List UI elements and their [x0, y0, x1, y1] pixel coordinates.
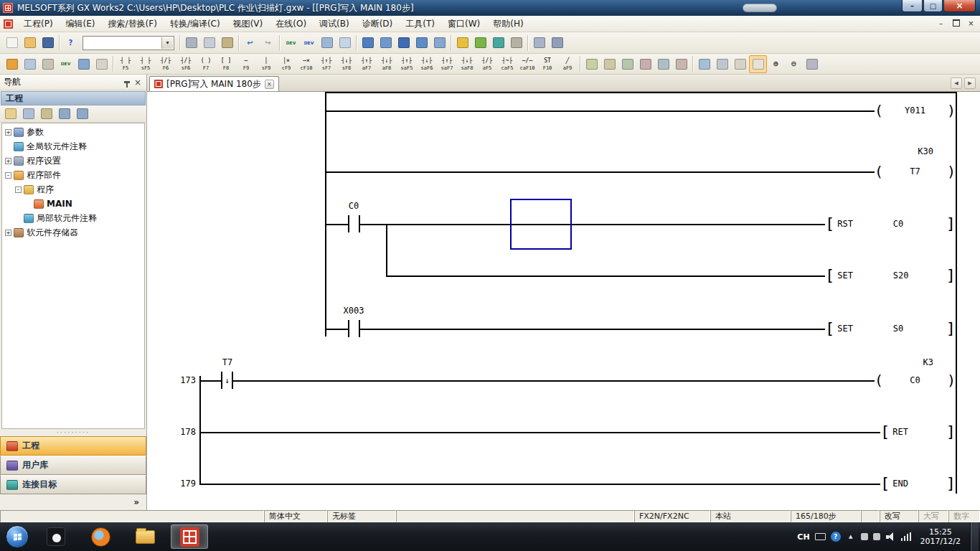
- insert-column-button[interactable]: [654, 55, 672, 73]
- close-contact-branch-button[interactable]: ┤/├sF6: [176, 55, 196, 73]
- instruction-rst-c0[interactable]: RST C0: [825, 215, 956, 233]
- output-window-button[interactable]: [39, 55, 57, 73]
- taskbar-explorer-button[interactable]: [126, 524, 164, 549]
- device-search-combo[interactable]: [83, 36, 174, 50]
- tree-item-main[interactable]: MAIN: [2, 197, 144, 211]
- ime-help-icon[interactable]: [831, 532, 841, 542]
- tree-item-program-setting[interactable]: + 程序设置: [2, 154, 144, 168]
- device-display-button[interactable]: [713, 55, 731, 73]
- tree-item-device-memory[interactable]: + 软元件存储器: [2, 225, 144, 240]
- tree-item-parameter[interactable]: + 参数: [2, 125, 144, 139]
- open-project-button[interactable]: [21, 34, 39, 52]
- coil-button[interactable]: ( )F7: [196, 55, 216, 73]
- cross-reference-button[interactable]: [93, 55, 110, 73]
- save-project-button[interactable]: [39, 34, 57, 52]
- write-to-plc-button[interactable]: [395, 34, 413, 52]
- rising-pulse-branch-button[interactable]: ┤↑├aF7: [357, 55, 377, 73]
- note-display-button[interactable]: [336, 34, 354, 52]
- contact-x003[interactable]: [348, 320, 360, 337]
- program-check-button[interactable]: [507, 34, 525, 52]
- contact-t7-falling-pulse[interactable]: [221, 372, 233, 389]
- read-from-plc-button[interactable]: [413, 34, 430, 52]
- delete-column-button[interactable]: [672, 55, 690, 73]
- nav-paste-button[interactable]: [37, 105, 55, 123]
- device-batch-monitor-button[interactable]: [377, 34, 395, 52]
- ime-keyboard-icon[interactable]: [815, 533, 826, 540]
- undo-button[interactable]: ↩: [241, 34, 259, 52]
- insert-row-button[interactable]: [618, 55, 636, 73]
- menu-online[interactable]: 在线(O): [269, 16, 313, 32]
- bluetooth-icon[interactable]: [861, 533, 868, 540]
- device-comment-green-button[interactable]: DEV: [282, 34, 300, 52]
- taskbar-gxworks2-button[interactable]: [171, 524, 208, 549]
- menu-view[interactable]: 视图(V): [227, 16, 270, 32]
- navigation-window-button[interactable]: [3, 55, 21, 73]
- coil-y011[interactable]: Y011: [875, 101, 956, 120]
- show-desktop-button[interactable]: [970, 522, 979, 551]
- navigation-close-icon[interactable]: [133, 77, 143, 88]
- rising-pulse-close-button[interactable]: ┤↑├saF5: [397, 55, 417, 73]
- device-comment-display-button[interactable]: DEV: [57, 55, 75, 73]
- tree-item-pou[interactable]: - 程序部件: [2, 168, 144, 182]
- nav-expand-all-button[interactable]: [55, 105, 73, 123]
- instruction-set-s20[interactable]: SET S20: [825, 266, 956, 285]
- edit-line-button[interactable]: ╱aF9: [557, 55, 578, 73]
- statement-display-button[interactable]: [318, 34, 336, 52]
- instruction-ret[interactable]: RET: [880, 423, 956, 441]
- tab-scroll-left-icon[interactable]: [951, 77, 962, 89]
- window-minimize-button[interactable]: [902, 0, 923, 12]
- convert-operation-button[interactable]: ┤~├caF5: [497, 55, 517, 73]
- window-close-button[interactable]: [943, 0, 976, 12]
- tree-item-global-comment[interactable]: 全局软元件注释: [2, 139, 144, 154]
- zoom-in-button[interactable]: ⊕: [767, 55, 785, 73]
- tree-item-program[interactable]: - 程序: [2, 182, 144, 197]
- menu-find-replace[interactable]: 搜索/替换(F): [102, 16, 164, 32]
- menu-help[interactable]: 帮助(H): [486, 16, 529, 32]
- ladder-monitor-button[interactable]: [359, 34, 377, 52]
- falling-pulse-close-branch-button[interactable]: ┤↓├saF8: [457, 55, 477, 73]
- tab-scroll-right-icon[interactable]: [964, 77, 976, 89]
- menu-compile[interactable]: 转换/编译(C): [164, 16, 227, 32]
- watch-window-button[interactable]: [75, 55, 93, 73]
- menu-tool[interactable]: 工具(T): [399, 16, 441, 32]
- falling-pulse-branch-button[interactable]: ┤↓├aF8: [377, 55, 397, 73]
- network-icon[interactable]: [901, 532, 911, 541]
- vertical-line-button[interactable]: │sF9: [256, 55, 276, 73]
- panel-splitter[interactable]: [0, 429, 146, 436]
- open-contact-button[interactable]: ┤ ├F5: [116, 55, 136, 73]
- delete-row-button[interactable]: [636, 55, 654, 73]
- mdi-restore-button[interactable]: [951, 18, 961, 28]
- paste-button[interactable]: [218, 34, 236, 52]
- mdi-document-icon[interactable]: [4, 19, 13, 29]
- coil-t7[interactable]: T7: [875, 162, 956, 181]
- monitor-write-mode-button[interactable]: [471, 34, 489, 52]
- simulation-button[interactable]: [489, 34, 507, 52]
- instruction-end[interactable]: END: [880, 474, 956, 493]
- new-project-button[interactable]: [3, 34, 21, 52]
- cut-button[interactable]: [182, 34, 200, 52]
- clock[interactable]: 15:25 2017/12/2: [916, 527, 965, 546]
- menu-debug[interactable]: 调试(B): [313, 16, 356, 32]
- taskbar-app-1-button[interactable]: [37, 524, 75, 549]
- ime-language-indicator[interactable]: CH: [797, 532, 809, 542]
- transfer-setup-button[interactable]: [548, 34, 566, 52]
- instruction-set-s0[interactable]: SET S0: [825, 319, 956, 338]
- rising-pulse-close-branch-button[interactable]: ┤↑├saF7: [437, 55, 457, 73]
- window-maximize-button[interactable]: [923, 0, 943, 12]
- note-edit-button[interactable]: [600, 55, 618, 73]
- taskbar-browser-button[interactable]: [82, 524, 119, 549]
- nav-new-data-button[interactable]: [1, 105, 19, 123]
- open-contact-branch-button[interactable]: ┤ ├sF5: [136, 55, 156, 73]
- tree-item-local-comment[interactable]: 局部软元件注释: [2, 211, 144, 225]
- nav-copy-button[interactable]: [19, 105, 37, 123]
- menu-window[interactable]: 窗口(W): [441, 16, 486, 32]
- falling-pulse-close-button[interactable]: ┤↓├saF6: [417, 55, 437, 73]
- menu-diagnostics[interactable]: 诊断(D): [356, 16, 400, 32]
- horizontal-line-button[interactable]: ─F9: [236, 55, 256, 73]
- coil-c0[interactable]: C0: [875, 371, 956, 390]
- menu-project[interactable]: 工程(P): [17, 16, 60, 32]
- help-button[interactable]: ?: [62, 34, 80, 52]
- tab-close-icon[interactable]: ×: [265, 80, 274, 89]
- ladder-editor[interactable]: Y011 K30 T7 C0 RST C0: [147, 92, 980, 510]
- redo-button[interactable]: ↪: [259, 34, 277, 52]
